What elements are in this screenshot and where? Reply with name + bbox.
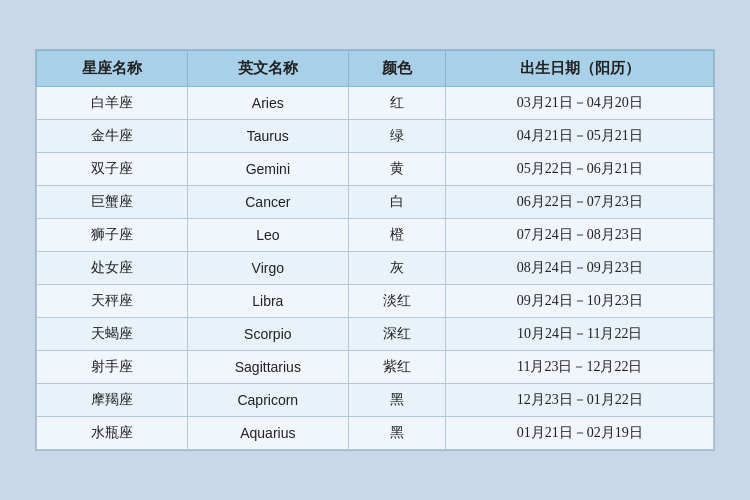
cell-english: Leo — [187, 219, 348, 252]
cell-color: 紫红 — [349, 351, 446, 384]
cell-dates: 01月21日－02月19日 — [446, 417, 714, 450]
col-header-dates: 出生日期（阳历） — [446, 51, 714, 87]
cell-dates: 09月24日－10月23日 — [446, 285, 714, 318]
cell-dates: 12月23日－01月22日 — [446, 384, 714, 417]
cell-dates: 08月24日－09月23日 — [446, 252, 714, 285]
cell-color: 红 — [349, 87, 446, 120]
table-row: 双子座Gemini黄05月22日－06月21日 — [37, 153, 714, 186]
table-row: 摩羯座Capricorn黑12月23日－01月22日 — [37, 384, 714, 417]
cell-dates: 03月21日－04月20日 — [446, 87, 714, 120]
cell-color: 灰 — [349, 252, 446, 285]
cell-english: Taurus — [187, 120, 348, 153]
cell-english: Libra — [187, 285, 348, 318]
cell-dates: 07月24日－08月23日 — [446, 219, 714, 252]
table-row: 狮子座Leo橙07月24日－08月23日 — [37, 219, 714, 252]
cell-english: Aries — [187, 87, 348, 120]
cell-color: 黄 — [349, 153, 446, 186]
col-header-color: 颜色 — [349, 51, 446, 87]
cell-chinese: 双子座 — [37, 153, 188, 186]
cell-color: 橙 — [349, 219, 446, 252]
cell-color: 绿 — [349, 120, 446, 153]
cell-english: Cancer — [187, 186, 348, 219]
zodiac-table-container: 星座名称 英文名称 颜色 出生日期（阳历） 白羊座Aries红03月21日－04… — [35, 49, 715, 451]
cell-chinese: 天蝎座 — [37, 318, 188, 351]
cell-chinese: 射手座 — [37, 351, 188, 384]
cell-chinese: 白羊座 — [37, 87, 188, 120]
cell-dates: 05月22日－06月21日 — [446, 153, 714, 186]
cell-dates: 06月22日－07月23日 — [446, 186, 714, 219]
zodiac-table: 星座名称 英文名称 颜色 出生日期（阳历） 白羊座Aries红03月21日－04… — [36, 50, 714, 450]
table-row: 巨蟹座Cancer白06月22日－07月23日 — [37, 186, 714, 219]
cell-color: 淡红 — [349, 285, 446, 318]
cell-chinese: 天秤座 — [37, 285, 188, 318]
table-row: 天秤座Libra淡红09月24日－10月23日 — [37, 285, 714, 318]
cell-color: 深红 — [349, 318, 446, 351]
table-row: 金牛座Taurus绿04月21日－05月21日 — [37, 120, 714, 153]
col-header-english: 英文名称 — [187, 51, 348, 87]
cell-english: Scorpio — [187, 318, 348, 351]
cell-dates: 04月21日－05月21日 — [446, 120, 714, 153]
cell-chinese: 水瓶座 — [37, 417, 188, 450]
table-row: 处女座Virgo灰08月24日－09月23日 — [37, 252, 714, 285]
table-row: 白羊座Aries红03月21日－04月20日 — [37, 87, 714, 120]
cell-chinese: 巨蟹座 — [37, 186, 188, 219]
col-header-chinese: 星座名称 — [37, 51, 188, 87]
cell-english: Gemini — [187, 153, 348, 186]
table-row: 射手座Sagittarius紫红11月23日－12月22日 — [37, 351, 714, 384]
table-row: 天蝎座Scorpio深红10月24日－11月22日 — [37, 318, 714, 351]
cell-english: Capricorn — [187, 384, 348, 417]
cell-chinese: 摩羯座 — [37, 384, 188, 417]
cell-color: 黑 — [349, 384, 446, 417]
cell-english: Sagittarius — [187, 351, 348, 384]
cell-english: Virgo — [187, 252, 348, 285]
cell-color: 白 — [349, 186, 446, 219]
cell-dates: 11月23日－12月22日 — [446, 351, 714, 384]
cell-chinese: 处女座 — [37, 252, 188, 285]
cell-color: 黑 — [349, 417, 446, 450]
table-row: 水瓶座Aquarius黑01月21日－02月19日 — [37, 417, 714, 450]
cell-english: Aquarius — [187, 417, 348, 450]
cell-dates: 10月24日－11月22日 — [446, 318, 714, 351]
cell-chinese: 狮子座 — [37, 219, 188, 252]
table-header-row: 星座名称 英文名称 颜色 出生日期（阳历） — [37, 51, 714, 87]
cell-chinese: 金牛座 — [37, 120, 188, 153]
table-body: 白羊座Aries红03月21日－04月20日金牛座Taurus绿04月21日－0… — [37, 87, 714, 450]
